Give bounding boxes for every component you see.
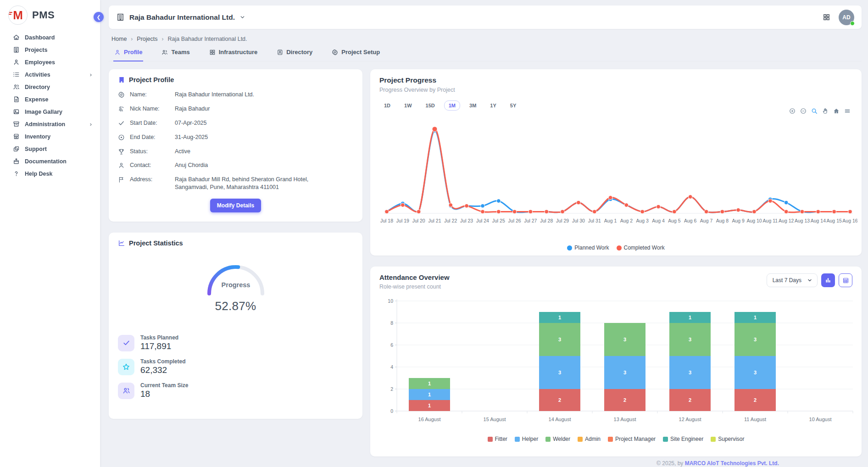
- question-icon: [13, 170, 20, 177]
- bar-14-august: 2331: [539, 312, 580, 411]
- range-5y[interactable]: 5Y: [506, 100, 521, 111]
- sidebar-item-employees[interactable]: Employees: [0, 56, 100, 68]
- chart-view-button[interactable]: [821, 273, 835, 287]
- tab-profile[interactable]: Profile: [113, 48, 143, 61]
- zoom-out-icon[interactable]: [800, 108, 807, 114]
- sidebar-item-image-gallery[interactable]: Image Gallary: [0, 106, 100, 118]
- chevron-right-icon: ›: [90, 71, 92, 78]
- modify-details-button[interactable]: Modify Details: [210, 199, 261, 212]
- footer: © 2025, by MARCO AIoT Technologies Pvt. …: [370, 460, 862, 467]
- sidebar-item-dashboard[interactable]: Dashboard: [0, 31, 100, 44]
- legend-swatch: [515, 437, 520, 442]
- logo-m-icon: M: [8, 6, 28, 25]
- legend-swatch: [608, 437, 613, 442]
- legend-swatch: [578, 437, 583, 442]
- bar-16-august: 111: [409, 378, 450, 411]
- chart-toolbar: [789, 108, 851, 114]
- legend-swatch: [663, 437, 668, 442]
- apps-grid-icon[interactable]: [823, 13, 830, 21]
- svg-text:Aug 4: Aug 4: [652, 218, 665, 223]
- line-chart-legend: Planned WorkCompleted Work: [379, 245, 852, 251]
- bar-11-august: 2331: [734, 312, 776, 411]
- legend-item[interactable]: Supervisor: [711, 436, 744, 442]
- range-3m[interactable]: 3M: [465, 100, 481, 111]
- range-1y[interactable]: 1Y: [485, 100, 501, 111]
- table-view-button[interactable]: [839, 273, 852, 287]
- sidebar-item-administration[interactable]: Administration ›: [0, 118, 100, 130]
- svg-text:Aug 14: Aug 14: [811, 218, 826, 223]
- tab-infrastructure[interactable]: Infrastructure: [208, 48, 259, 61]
- bar-13-august: 233: [604, 323, 645, 411]
- breadcrumb-projects[interactable]: Projects: [137, 36, 157, 42]
- range-buttons: 1D 1W 15D 1M 3M 1Y 5Y: [379, 100, 852, 111]
- svg-text:Jul 24: Jul 24: [476, 218, 489, 223]
- project-progress-subtitle: Progress Overview by Project: [379, 87, 852, 93]
- chevron-right-icon: ›: [162, 36, 164, 42]
- sidebar-item-expense[interactable]: Expense: [0, 93, 100, 106]
- legend-item[interactable]: Fitter: [488, 436, 507, 442]
- project-progress-title: Project Progress: [379, 76, 852, 84]
- attendance-chart[interactable]: 024681011116 August15 August233114 Augus…: [379, 295, 852, 435]
- svg-text:3: 3: [689, 337, 691, 342]
- svg-text:3: 3: [754, 337, 757, 342]
- svg-text:3: 3: [623, 337, 626, 342]
- svg-text:0: 0: [390, 408, 393, 414]
- sidebar-item-documentation[interactable]: Documentation: [0, 155, 100, 167]
- sidebar: M PMS ❮ Dashboard Projects Employees Act…: [0, 0, 100, 467]
- svg-text:14 August: 14 August: [549, 417, 571, 422]
- svg-text:Aug 9: Aug 9: [732, 218, 745, 223]
- profile-row-name: Name: Raja Bahadur International Ltd.: [118, 91, 353, 100]
- profile-row-contact: Contact: Anuj Chordia: [118, 161, 353, 171]
- legend-swatch: [488, 437, 493, 442]
- legend-dot: [567, 245, 572, 250]
- project-selector[interactable]: Raja Bahadur International Ltd.: [116, 13, 245, 22]
- sidebar-item-directory[interactable]: Directory: [0, 81, 100, 93]
- legend-item[interactable]: Helper: [515, 436, 538, 442]
- legend-item[interactable]: Planned Work: [567, 245, 609, 251]
- legend-item[interactable]: Completed Work: [617, 245, 665, 251]
- svg-text:15 August: 15 August: [484, 417, 506, 422]
- svg-text:2: 2: [623, 397, 626, 403]
- footer-company-link[interactable]: MARCO AIoT Technologies Pvt. Ltd.: [685, 460, 779, 467]
- archive-icon: [13, 121, 20, 128]
- legend-item[interactable]: Welder: [545, 436, 570, 442]
- legend-item[interactable]: Site Engineer: [663, 436, 703, 442]
- profile-row-status: Status: Active: [118, 148, 353, 157]
- building-icon: [118, 76, 125, 83]
- pan-hand-icon[interactable]: [822, 108, 829, 114]
- svg-text:6: 6: [390, 342, 393, 348]
- tab-teams[interactable]: Teams: [161, 48, 190, 61]
- sidebar-collapse-button[interactable]: ❮: [94, 12, 104, 22]
- breadcrumb-home[interactable]: Home: [111, 36, 127, 42]
- zoom-selection-icon[interactable]: [811, 108, 818, 114]
- tab-project-setup[interactable]: Project Setup: [331, 48, 381, 61]
- sidebar-item-help-desk[interactable]: Help Desk: [0, 167, 100, 180]
- svg-text:Jul 18: Jul 18: [380, 218, 393, 223]
- range-1m[interactable]: 1M: [444, 100, 460, 111]
- zoom-in-icon[interactable]: [789, 108, 796, 114]
- sidebar-item-inventory[interactable]: Inventory: [0, 130, 100, 143]
- legend-item[interactable]: Admin: [578, 436, 601, 442]
- chevron-down-icon: [807, 278, 812, 283]
- tab-directory[interactable]: Directory: [276, 48, 313, 61]
- range-15d[interactable]: 15D: [421, 100, 440, 111]
- target-icon: [118, 134, 125, 141]
- user-avatar[interactable]: AD: [839, 10, 854, 25]
- sidebar-item-activities[interactable]: Activities ›: [0, 68, 100, 81]
- stat-tasks-completed: Tasks Completed 62,332: [118, 358, 353, 375]
- project-progress-chart[interactable]: Jul 18Jul 19Jul 20Jul 21Jul 22Jul 23Jul …: [379, 115, 852, 244]
- sidebar-item-support[interactable]: Support: [0, 143, 100, 155]
- chevron-right-icon: ›: [90, 121, 92, 128]
- sidebar-item-projects[interactable]: Projects: [0, 44, 100, 56]
- svg-text:10 August: 10 August: [809, 417, 832, 422]
- gauge-arc: Progress: [197, 258, 275, 296]
- legend-swatch: [545, 437, 551, 442]
- attendance-range-select[interactable]: Last 7 Days: [767, 273, 818, 287]
- legend-swatch: [711, 437, 716, 442]
- range-1d[interactable]: 1D: [379, 100, 395, 111]
- home-reset-icon[interactable]: [833, 108, 840, 114]
- range-1w[interactable]: 1W: [400, 100, 417, 111]
- legend-item[interactable]: Project Manager: [608, 436, 656, 442]
- svg-text:3: 3: [754, 370, 757, 375]
- menu-icon[interactable]: [844, 108, 851, 114]
